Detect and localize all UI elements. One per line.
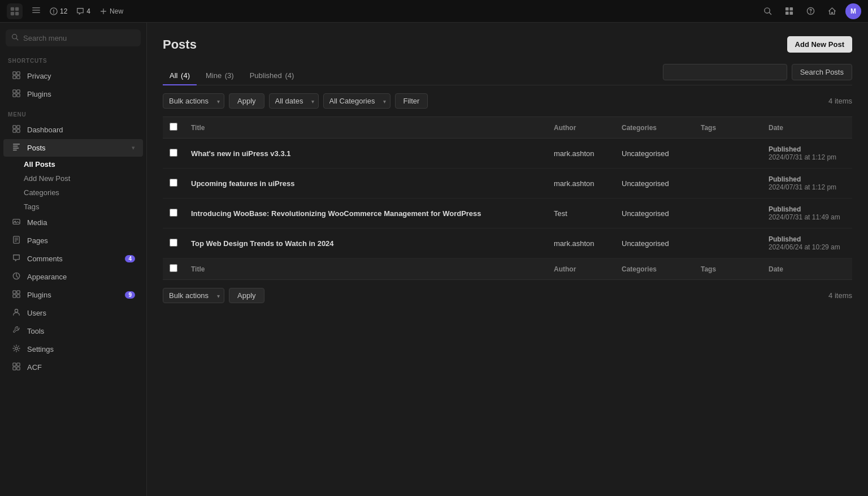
svg-rect-1 [15,7,19,10]
search-posts-area: Search Posts [663,64,852,80]
row-checkbox-2 [163,199,184,228]
topbar-updates[interactable]: 12 [50,7,67,15]
acf-icon [11,363,21,372]
sidebar-item-privacy[interactable]: Privacy [3,67,143,85]
select-all-checkbox[interactable] [170,123,177,131]
top-toolbar: Bulk actions ▾ Apply All dates ▾ All Cat… [163,93,852,109]
topbar-comments[interactable]: 4 [76,7,90,15]
sidebar-search[interactable]: Search menu [6,29,141,46]
svg-rect-32 [13,145,18,146]
settings-label: Settings [27,345,135,353]
appearance-icon [11,272,21,282]
sidebar-item-posts[interactable]: Posts ▾ [3,139,143,157]
search-posts-button[interactable]: Search Posts [792,64,852,80]
header-author[interactable]: Author [547,117,615,139]
svg-rect-40 [15,241,17,241]
row-title-3: Top Web Design Trends to Watch in 2024 [184,228,547,258]
apply-button-bottom[interactable]: Apply [229,288,264,303]
svg-point-16 [810,12,811,14]
bulk-actions-select-bottom[interactable]: Bulk actions [163,288,224,303]
all-dates-select[interactable]: All dates [269,93,319,109]
user-avatar[interactable]: M [845,3,861,19]
post-title-link-0[interactable]: What's new in uiPress v3.3.1 [191,149,291,158]
sidebar-item-acf[interactable]: ACF [3,359,143,376]
users-label: Users [27,309,135,317]
table-row: Upcoming features in uiPress mark.ashton… [163,169,852,199]
sidebar-sub-tags[interactable]: Tags [24,200,143,214]
row-category-2: Uncategorised [615,199,694,228]
header-date[interactable]: Date [762,117,852,139]
sidebar-sub-add-new-post[interactable]: Add New Post [24,171,143,186]
svg-rect-51 [17,367,20,370]
row-date-0: Published 2024/07/31 at 1:12 pm [762,139,852,169]
svg-line-18 [16,38,18,40]
sidebar-item-comments[interactable]: Comments 4 [3,250,143,268]
search-icon [11,33,19,42]
header-categories[interactable]: Categories [615,117,694,139]
sidebar-item-plugins-shortcut[interactable]: Plugins [3,85,143,103]
table-row: Introducing WooBase: Revolutionizing Woo… [163,199,852,228]
sidebar-item-tools[interactable]: Tools [3,322,143,340]
sidebar-item-users[interactable]: Users [3,304,143,322]
search-icon[interactable] [760,3,775,19]
svg-rect-20 [17,72,20,75]
search-posts-input[interactable] [663,64,787,80]
row-checkbox-3 [163,228,184,258]
sidebar-item-appearance[interactable]: Appearance [3,268,143,286]
row-select-1[interactable] [170,179,177,187]
svg-rect-30 [17,130,20,132]
sidebar-item-dashboard[interactable]: Dashboard [3,121,143,139]
plugins-shortcut-icon [11,89,21,99]
posts-chevron-icon: ▾ [132,144,135,152]
add-new-post-button[interactable]: Add New Post [787,36,852,53]
post-title-link-2[interactable]: Introducing WooBase: Revolutionizing Woo… [191,209,481,218]
grid-icon[interactable] [781,3,797,19]
row-select-3[interactable] [170,239,177,247]
sidebar-item-pages[interactable]: Pages [3,232,143,249]
footer-author: Author [547,258,615,280]
bulk-actions-select[interactable]: Bulk actions [163,93,224,109]
post-title-link-1[interactable]: Upcoming features in uiPress [191,179,295,188]
header-tags[interactable]: Tags [694,117,762,139]
sidebar-toggle[interactable] [32,6,41,17]
comments-badge: 4 [125,255,135,262]
row-date-2: Published 2024/07/31 at 11:49 am [762,199,852,228]
header-title[interactable]: Title [184,117,547,139]
post-tabs: All (4) Mine (3) Published (4) [163,67,301,85]
sidebar-sub-categories[interactable]: Categories [24,186,143,200]
tab-published[interactable]: Published (4) [243,67,301,85]
row-select-0[interactable] [170,149,177,157]
all-categories-select[interactable]: All Categories [323,93,390,109]
bulk-actions-bottom-wrap: Bulk actions ▾ [163,288,224,303]
select-all-checkbox-bottom[interactable] [170,264,177,272]
date-value-0: 2024/07/31 at 1:12 pm [769,153,845,161]
svg-rect-21 [13,76,16,79]
svg-rect-48 [13,363,16,366]
all-dates-wrap: All dates ▾ [269,93,319,109]
home-icon[interactable] [824,3,840,19]
row-select-2[interactable] [170,209,177,217]
sidebar-item-plugins[interactable]: Plugins 9 [3,286,143,304]
sidebar-sub-all-posts[interactable]: All Posts [24,157,143,171]
topbar-logo[interactable] [7,3,23,19]
tab-all[interactable]: All (4) [163,67,197,85]
row-author-0: mark.ashton [547,139,615,169]
privacy-label: Privacy [27,72,135,80]
help-icon[interactable] [802,3,818,19]
footer-title: Title [184,258,547,280]
sidebar-item-media[interactable]: Media [3,214,143,231]
row-title-1: Upcoming features in uiPress [184,169,547,199]
filter-button[interactable]: Filter [395,93,428,109]
svg-line-10 [769,12,771,14]
row-category-3: Uncategorised [615,228,694,258]
sidebar-item-settings[interactable]: Settings [3,340,143,358]
tab-mine[interactable]: Mine (3) [199,67,241,85]
post-title-link-3[interactable]: Top Web Design Trends to Watch in 2024 [191,239,334,248]
plugins-shortcut-label: Plugins [27,90,135,98]
plugins-label: Plugins [27,291,119,299]
layout: Search menu Shortcuts Privacy Plugins Me… [0,23,868,496]
topbar-new[interactable]: New [99,7,123,15]
svg-rect-6 [32,12,40,13]
apply-button-top[interactable]: Apply [229,93,264,109]
svg-rect-27 [13,126,16,128]
